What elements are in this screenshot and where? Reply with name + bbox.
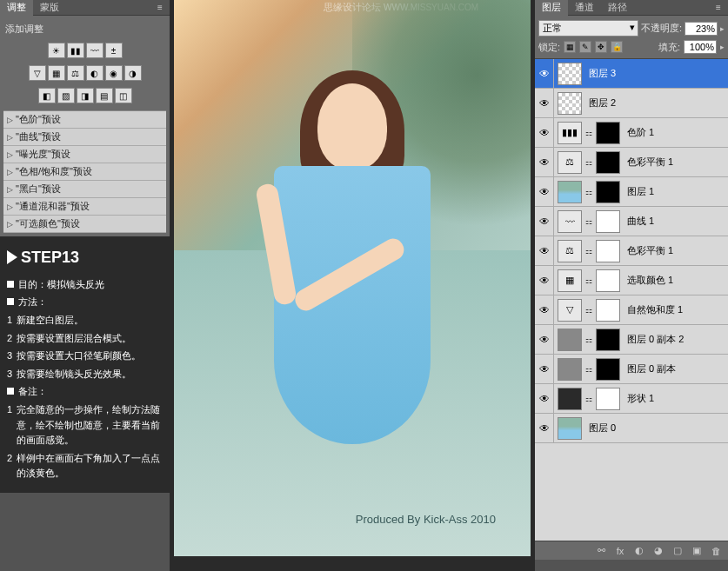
layer-row[interactable]: 👁 ⚖⚏ 色彩平衡 1 xyxy=(535,148,728,177)
layer-name: 图层 2 xyxy=(585,96,616,110)
tab-adjustments[interactable]: 调整 xyxy=(0,0,33,16)
layer-row[interactable]: 👁 图层 3 xyxy=(535,59,728,89)
preset-list: ▷"色阶"预设 ▷"曲线"预设 ▷"曝光度"预设 ▷"色相/饱和度"预设 ▷"黑… xyxy=(3,110,166,233)
link-icon: ⚏ xyxy=(584,335,594,344)
visibility-toggle-icon[interactable]: 👁 xyxy=(535,236,554,265)
levels-icon[interactable]: ▮▮ xyxy=(67,43,84,58)
mask-thumb xyxy=(596,151,620,174)
lock-transparent-icon[interactable]: ▦ xyxy=(564,41,576,53)
tab-layers[interactable]: 图层 xyxy=(535,0,568,16)
preset-exposure[interactable]: ▷"曝光度"预设 xyxy=(3,146,166,163)
layer-name: 图层 1 xyxy=(624,185,654,198)
visibility-toggle-icon[interactable]: 👁 xyxy=(535,266,554,295)
link-layers-icon[interactable]: ⚯ xyxy=(594,544,608,558)
layer-row[interactable]: 👁 ▽⚏ 自然饱和度 1 xyxy=(535,295,728,325)
layer-row[interactable]: 👁 ▦⚏ 选取颜色 1 xyxy=(535,266,728,295)
adjustment-buttons-row3: ◧ ▨ ◨ ▤ ◫ xyxy=(3,84,166,107)
visibility-toggle-icon[interactable]: 👁 xyxy=(535,177,554,206)
tab-paths[interactable]: 路径 xyxy=(601,0,634,16)
adjustment-buttons-row1: ☀ ▮▮ 〰 ± xyxy=(3,39,166,62)
opacity-input[interactable]: 23% xyxy=(685,22,718,36)
preset-label: "曝光度"预设 xyxy=(16,148,70,161)
lock-all-icon[interactable]: 🔒 xyxy=(611,41,623,53)
color-balance-icon[interactable]: ⚖ xyxy=(67,65,84,81)
layer-thumb xyxy=(558,358,582,381)
new-layer-icon[interactable]: ▣ xyxy=(690,544,704,558)
preset-selective[interactable]: ▷"可选颜色"预设 xyxy=(3,216,166,233)
adjustment-thumb-icon: ▮▮▮ xyxy=(558,122,582,144)
preset-label: "黑白"预设 xyxy=(16,183,61,196)
curves-icon[interactable]: 〰 xyxy=(86,43,104,58)
channel-mixer-icon[interactable]: ◑ xyxy=(124,65,142,81)
preset-curves[interactable]: ▷"曲线"预设 xyxy=(3,129,166,146)
visibility-toggle-icon[interactable]: 👁 xyxy=(535,207,554,236)
link-icon: ⚏ xyxy=(584,276,594,285)
visibility-toggle-icon[interactable]: 👁 xyxy=(535,325,554,354)
visibility-toggle-icon[interactable]: 👁 xyxy=(535,414,554,442)
visibility-toggle-icon[interactable]: 👁 xyxy=(535,89,554,117)
layer-row[interactable]: 👁 〰⚏ 曲线 1 xyxy=(535,207,728,236)
layer-row[interactable]: 👁 ⚏ 图层 1 xyxy=(535,177,728,207)
fill-input[interactable]: 100% xyxy=(684,40,717,54)
tab-masks[interactable]: 蒙版 xyxy=(33,0,66,16)
adjustment-buttons-row2: ▽ ▦ ⚖ ◐ ◉ ◑ xyxy=(3,62,166,84)
visibility-toggle-icon[interactable]: 👁 xyxy=(535,384,554,413)
photo-filter-icon[interactable]: ◉ xyxy=(105,65,123,81)
layer-thumb xyxy=(558,417,582,440)
delete-layer-icon[interactable]: 🗑 xyxy=(709,544,723,558)
visibility-toggle-icon[interactable]: 👁 xyxy=(535,59,554,88)
vibrance-icon[interactable]: ▽ xyxy=(29,65,46,81)
visibility-toggle-icon[interactable]: 👁 xyxy=(535,295,554,324)
preset-hue[interactable]: ▷"色相/饱和度"预设 xyxy=(3,163,166,181)
link-icon: ⚏ xyxy=(584,365,594,374)
gradient-map-icon[interactable]: ▤ xyxy=(96,88,113,103)
layers-list[interactable]: 👁 图层 3👁 图层 2👁 ▮▮▮⚏ 色阶 1👁 ⚖⚏ 色彩平衡 1👁 ⚏ 图层… xyxy=(535,59,728,541)
layers-footer: ⚯ fx ◐ ◕ ▢ ▣ 🗑 xyxy=(535,541,728,560)
threshold-icon[interactable]: ◨ xyxy=(77,88,94,103)
panel-menu-icon[interactable]: ≡ xyxy=(154,2,166,14)
preset-label: "曲线"预设 xyxy=(16,130,61,143)
fx-icon[interactable]: fx xyxy=(613,544,627,558)
mask-thumb xyxy=(596,358,620,381)
invert-icon[interactable]: ◧ xyxy=(38,88,56,103)
layer-row[interactable]: 👁 ▮▮▮⚏ 色阶 1 xyxy=(535,118,728,148)
adjustments-panel-header: 调整 蒙版 ≡ xyxy=(0,0,170,16)
layer-name: 图层 0 xyxy=(585,422,616,435)
link-icon: ⚏ xyxy=(584,129,594,137)
visibility-toggle-icon[interactable]: 👁 xyxy=(535,148,554,176)
adjustment-thumb-icon: ⚖ xyxy=(558,240,582,262)
layer-row[interactable]: 👁 图层 2 xyxy=(535,89,728,118)
panel-menu-icon[interactable]: ≡ xyxy=(712,2,725,14)
visibility-toggle-icon[interactable]: 👁 xyxy=(535,118,554,147)
mask-thumb xyxy=(596,240,620,262)
preset-channel[interactable]: ▷"通道混和器"预设 xyxy=(3,198,166,216)
image-credit: Produced By Kick-Ass 2010 xyxy=(356,513,496,526)
layer-name: 形状 1 xyxy=(624,392,654,405)
layer-row[interactable]: 👁 图层 0 xyxy=(535,414,728,443)
visibility-toggle-icon[interactable]: 👁 xyxy=(535,355,554,383)
new-adjustment-icon[interactable]: ◕ xyxy=(651,544,665,558)
lock-pixels-icon[interactable]: ✎ xyxy=(579,41,591,53)
preset-bw[interactable]: ▷"黑白"预设 xyxy=(3,181,166,198)
tab-channels[interactable]: 通道 xyxy=(568,0,601,16)
layer-row[interactable]: 👁 ⚖⚏ 色彩平衡 1 xyxy=(535,236,728,266)
preset-levels[interactable]: ▷"色阶"预设 xyxy=(3,111,166,129)
mask-thumb xyxy=(596,299,620,322)
lock-label: 锁定: xyxy=(538,41,560,54)
layer-name: 图层 0 副本 2 xyxy=(624,333,684,346)
blend-mode-dropdown[interactable]: 正常 xyxy=(538,20,638,37)
mask-thumb xyxy=(596,329,620,351)
hue-icon[interactable]: ▦ xyxy=(48,65,65,81)
bw-icon[interactable]: ◐ xyxy=(86,65,104,81)
posterize-icon[interactable]: ▨ xyxy=(57,88,75,103)
brightness-icon[interactable]: ☀ xyxy=(48,43,65,58)
layer-row[interactable]: 👁 ⚏ 形状 1 xyxy=(535,384,728,414)
selective-color-icon[interactable]: ◫ xyxy=(115,88,132,103)
exposure-icon[interactable]: ± xyxy=(105,43,123,58)
lock-position-icon[interactable]: ✥ xyxy=(595,41,607,53)
link-icon: ⚏ xyxy=(584,158,594,167)
layer-row[interactable]: 👁 ⚏ 图层 0 副本 xyxy=(535,355,728,384)
new-group-icon[interactable]: ▢ xyxy=(671,544,685,558)
add-mask-icon[interactable]: ◐ xyxy=(632,544,646,558)
layer-row[interactable]: 👁 ⚏ 图层 0 副本 2 xyxy=(535,325,728,355)
